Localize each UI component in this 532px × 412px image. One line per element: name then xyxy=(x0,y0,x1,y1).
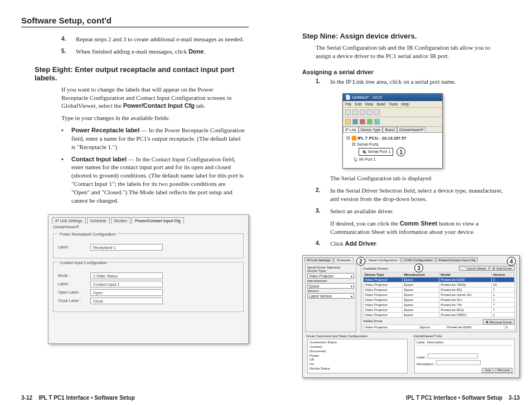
tab-iplink[interactable]: IP Link Settings xyxy=(52,217,86,224)
toolbar-icon[interactable] xyxy=(360,109,365,115)
version-select[interactable]: Latest Version xyxy=(307,293,354,299)
table-row[interactable]: Video ProjectorEpsonPowerLite 6100i3 xyxy=(364,325,515,330)
menu-file[interactable]: File xyxy=(345,102,351,106)
toolbar-icon[interactable] xyxy=(352,109,358,115)
gv-info-panel: Label Description Label : Description : … xyxy=(414,339,515,373)
receptacle-label-input[interactable]: Receptacle 1 xyxy=(90,244,163,251)
menu-edit[interactable]: Edit xyxy=(355,102,361,106)
step-text: In the IP Link tree area, click on a ser… xyxy=(330,78,505,86)
comm-sheet-button[interactable]: 📄 Comm Sheet xyxy=(459,266,489,271)
info-desc-input[interactable] xyxy=(436,360,481,365)
table-row[interactable]: Video ProjectorEpsonPowerLite 7900p10 xyxy=(364,282,515,288)
tab-comcfg[interactable]: COM Configuration xyxy=(401,257,435,262)
serial-port-node[interactable]: 🔌 Serial Port 1 xyxy=(359,148,393,155)
paragraph: If you want to change the labels that wi… xyxy=(61,85,240,111)
page-number: 3-13 xyxy=(509,395,520,401)
toolbar-icon[interactable] xyxy=(367,109,373,115)
toolbar-icon[interactable] xyxy=(374,119,380,124)
dialog-tabs: IP Link Settings Schedule Monitor Power/… xyxy=(49,215,248,224)
tab-power-contact[interactable]: Power/Contact Input Cfg xyxy=(132,217,184,224)
tree-node-ir[interactable]: 📡 IR Port 1 xyxy=(346,156,439,162)
command-tree[interactable]: Connection Status Connect Disconnect Pow… xyxy=(307,339,408,373)
tab-devicetype[interactable]: Device Type xyxy=(359,127,383,132)
info-label-input[interactable] xyxy=(428,353,478,358)
iplink-tree: ⊟ 🟧 IPL T PC1i - 10.13.197.57 ⊟ Serial P… xyxy=(343,133,442,169)
toolbar-icon[interactable] xyxy=(374,109,380,115)
available-drivers-panel: Available Drivers 📄 Comm Sheet ⬇ Add Dri… xyxy=(361,264,517,332)
menu-build[interactable]: Build xyxy=(376,102,385,106)
device-type-select[interactable]: Video Projector xyxy=(307,273,354,279)
tree-node[interactable]: ⊟ Serial Ports xyxy=(346,141,439,147)
info-remove-button[interactable]: Remove xyxy=(495,368,512,373)
label-input[interactable]: Contact Input 1 xyxy=(90,281,163,288)
menu-view[interactable]: View xyxy=(365,102,373,106)
step-text: Repeat steps 2 and 3 to create additiona… xyxy=(76,35,249,44)
step-eight-heading: Step Eight: Enter output receptacle and … xyxy=(35,65,246,82)
config-dialog-figure: IP Link Settings Schedule Monitor Power/… xyxy=(48,214,249,344)
step-number: 5. xyxy=(61,47,76,56)
window-menubar: File Edit View Build Tools Help xyxy=(343,101,442,108)
info-add-button[interactable]: Add xyxy=(482,368,494,373)
left-page: Software Setup, cont'd 4. Repeat steps 2… xyxy=(21,16,249,401)
tab-schedule[interactable]: Schedule xyxy=(87,217,110,224)
tree-node-root[interactable]: ⊟ 🟧 IPL T PC1i - 10.13.197.57 xyxy=(346,135,439,141)
power-receptacle-group: Power Receptacle Configuration Label : R… xyxy=(53,233,244,258)
tab-monitor[interactable]: Monitor xyxy=(111,217,130,224)
list-item: 5. When finished adding e-mail messages,… xyxy=(61,47,249,56)
table-row[interactable]: Video ProjectorEpsonPowerLite S1+1 xyxy=(364,298,515,303)
window-titlebar: 📄 Untitled* - GC2 xyxy=(343,94,442,101)
table-row[interactable]: Video ProjectorEpsonPowerLite 6100i3 xyxy=(364,277,515,282)
driver-selection-panel: Serial Driver Selection Device Type: Vid… xyxy=(305,264,356,332)
mode-input[interactable]: 2 State Status xyxy=(90,272,163,279)
info-tab-label[interactable]: Label xyxy=(417,341,425,345)
paragraph: The Serial Configuration tab is displaye… xyxy=(330,174,509,183)
manufacturer-select[interactable]: Epson xyxy=(307,283,354,289)
tree-tabs: IP Link Device Type Brand GlobalViewer® xyxy=(343,127,442,133)
close-label-input[interactable]: Close xyxy=(90,298,163,304)
list-item: 4. Repeat steps 2 and 3 to create additi… xyxy=(61,35,249,44)
label: Label : xyxy=(58,245,87,249)
open-label-input[interactable]: Open xyxy=(90,289,163,296)
tab-iplink[interactable]: IP Link Settings xyxy=(304,257,333,262)
gc2-window-figure: 📄 Untitled* - GC2 File Edit View Build T… xyxy=(342,93,443,169)
tab-powercfg[interactable]: Power/Contact Input Cfg xyxy=(436,257,478,262)
list-item: 3. Select an available driver. xyxy=(316,207,505,215)
step-number: 1. xyxy=(316,78,330,86)
page-footer: 3-12 IPL T PC1 Interface • Software Setu… xyxy=(21,387,249,401)
menu-tools[interactable]: Tools xyxy=(389,102,398,106)
toolbar-icon[interactable] xyxy=(345,119,351,124)
info-tab-desc[interactable]: Description xyxy=(427,341,444,345)
page-number: 3-12 xyxy=(21,395,32,401)
toolbar-icon[interactable] xyxy=(352,119,358,124)
list-item: 2. In the Serial Driver Selection field,… xyxy=(316,186,505,203)
window-toolbar2 xyxy=(343,117,442,127)
drivers-table: Device TypeManufacturerModelVersion Vide… xyxy=(363,272,515,318)
add-driver-button[interactable]: ⬇ Add Driver xyxy=(490,266,515,271)
bullet-item: Contact Input label — In the Contact Inp… xyxy=(61,155,245,205)
tab-globalviewer[interactable]: GlobalViewer® xyxy=(397,127,425,132)
page-title: Software Setup, cont'd xyxy=(21,16,249,27)
tab-serialcfg[interactable]: Serial Configuration xyxy=(366,257,401,262)
table-row[interactable]: Video ProjectorEpsonPowerLite 8217 xyxy=(364,288,515,293)
table-row[interactable]: Video ProjectorEpsonPowerLite 821p7 xyxy=(364,308,515,313)
step-number: 4. xyxy=(61,35,76,44)
remove-driver-button[interactable]: ✖ Remove Driver xyxy=(483,319,515,324)
added-driver-table: Video ProjectorEpsonPowerLite 6100i3 xyxy=(363,324,515,330)
table-row[interactable]: Video ProjectorEpsonPowerLite S300C1 xyxy=(364,313,515,318)
list-item: 1. In the IP Link tree area, click on a … xyxy=(316,78,505,86)
toolbar-icon[interactable] xyxy=(367,119,373,124)
toolbar-icon[interactable] xyxy=(345,109,351,115)
step-text: When finished adding e-mail messages, cl… xyxy=(76,47,249,56)
window-toolbar xyxy=(343,108,442,117)
toolbar-icon[interactable] xyxy=(360,119,365,124)
tab-brand[interactable]: Brand xyxy=(383,127,396,132)
tab-iplink[interactable]: IP Link xyxy=(343,127,359,132)
menu-help[interactable]: Help xyxy=(401,102,409,106)
table-row[interactable]: Video ProjectorEpsonPowerLite 74c7 xyxy=(364,303,515,308)
bullet-item: Power Receptacle label — In the Power Re… xyxy=(61,126,245,151)
tab-schedule[interactable]: Schedule xyxy=(334,257,354,262)
table-row[interactable]: Video ProjectorEpsonPowerLite Home 10+1 xyxy=(364,293,515,298)
paragraph: The Serial Configuration tab and the IR … xyxy=(316,44,494,60)
gv-label: GlobalViewer® xyxy=(49,224,248,230)
serial-config-figure: 2 3 4 IP Link Settings Schedule Serial C… xyxy=(302,255,520,378)
